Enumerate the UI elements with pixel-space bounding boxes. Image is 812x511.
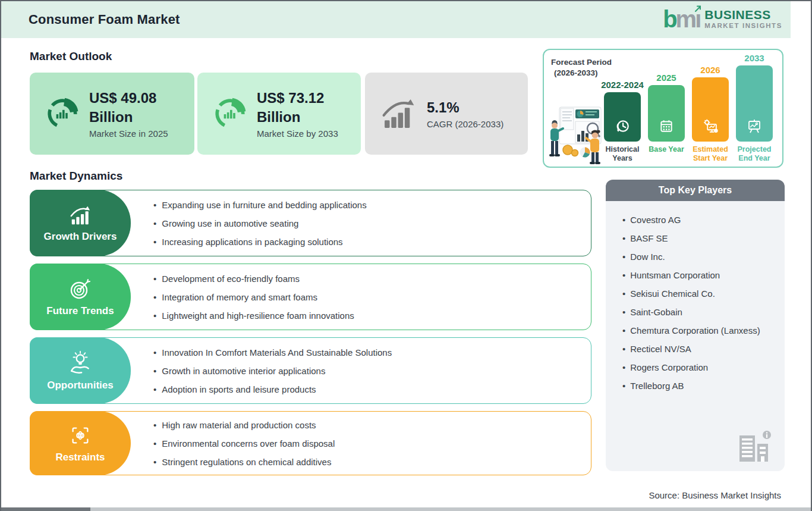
growth-chart-icon xyxy=(68,204,93,227)
bullet-item: Integration of memory and smart foams xyxy=(153,292,591,302)
bullet-item: Stringent regulations on chemical additi… xyxy=(153,457,591,467)
key-players-list: Covestro AG BASF SE Dow Inc. Huntsman Co… xyxy=(606,201,785,395)
key-player-item: Trelleborg AB xyxy=(622,377,779,395)
market-size-2033-card: US$ 73.12Billion Market Size by 2033 xyxy=(197,73,361,155)
future-trends-label-block: Future Trends xyxy=(30,264,131,330)
constraint-knot-icon xyxy=(68,424,93,447)
projection-board-icon xyxy=(747,118,762,134)
key-player-item: Covestro AG xyxy=(622,211,779,229)
opportunities-label-block: Opportunities xyxy=(30,337,131,404)
key-player-item: Rogers Corporation xyxy=(622,358,779,377)
future-trends-label: Future Trends xyxy=(46,305,114,317)
estimate-gear-icon xyxy=(703,118,719,134)
top-key-players-heading: Top Key Players xyxy=(606,180,785,201)
dynamics-row-opportunities: Opportunities Innovation In Comfort Mate… xyxy=(30,337,591,404)
infographic-page: Consumer Foam Market bmı BUSINESS MARKET… xyxy=(0,0,812,511)
logo-line1: BUSINESS xyxy=(704,8,782,21)
header-bar: Consumer Foam Market bmı BUSINESS MARKET… xyxy=(1,1,791,38)
future-trends-bullets: Development of eco-friendly foams Integr… xyxy=(131,264,591,330)
source-text: Source: Business Market Insights xyxy=(649,490,781,500)
horizontal-scrollbar[interactable] xyxy=(1,507,811,511)
dynamics-row-future-trends: Future Trends Development of eco-friendl… xyxy=(30,264,591,330)
key-player-item: Dow Inc. xyxy=(622,247,779,266)
key-player-item: Huntsman Corporation xyxy=(622,266,779,284)
market-size-2025-caption: Market Size in 2025 xyxy=(89,128,168,139)
bullet-item: Expanding use in furniture and bedding a… xyxy=(153,200,591,210)
restraints-label: Restraints xyxy=(55,452,105,463)
forecast-bar-estimated: 2026 Estimated Start Year xyxy=(689,65,732,163)
page-title: Consumer Foam Market xyxy=(29,1,180,38)
bullet-item: Innovation In Comfort Materials And Sust… xyxy=(153,347,591,358)
market-size-2025-card: US$ 49.08Billion Market Size in 2025 xyxy=(30,73,194,155)
forecast-bar-label: Estimated Start Year xyxy=(689,145,732,163)
card-text: 5.1% CAGR (2026-2033) xyxy=(427,98,503,129)
bullet-item: Growth in automotive interior applicatio… xyxy=(153,366,591,376)
market-size-2033-value: US$ 73.12Billion xyxy=(257,89,338,127)
dynamics-row-restraints: Restraints High raw material and product… xyxy=(30,411,591,475)
forecast-bar-label: Historical Years xyxy=(601,145,644,163)
cagr-card: 5.1% CAGR (2026-2033) xyxy=(365,73,528,155)
forecast-bar-projected: 2033 Projected End Year xyxy=(733,53,776,163)
growth-drivers-bullets: Expanding use in furniture and bedding a… xyxy=(131,190,591,256)
company-logo: bmı BUSINESS MARKET INSIGHTS xyxy=(663,6,782,32)
key-player-item: Recticel NV/SA xyxy=(622,340,779,358)
dynamics-row-growth-drivers: Growth Drivers Expanding use in furnitur… xyxy=(30,190,591,256)
opportunities-label: Opportunities xyxy=(47,380,113,391)
bullet-item: Lightweight and high-resilience foam inn… xyxy=(153,311,591,321)
growth-drivers-label-block: Growth Drivers xyxy=(30,190,131,256)
cagr-value: 5.1% xyxy=(427,98,503,117)
key-player-item: Sekisui Chemical Co. xyxy=(622,284,779,303)
forecast-bar-label: Projected End Year xyxy=(733,145,776,163)
bullet-item: Environmental concerns over foam disposa… xyxy=(153,438,591,449)
growth-drivers-label: Growth Drivers xyxy=(44,231,117,243)
opportunities-bullets: Innovation In Comfort Materials And Sust… xyxy=(131,338,591,403)
cagr-caption: CAGR (2026-2033) xyxy=(427,119,503,129)
horizontal-scrollbar-thumb[interactable] xyxy=(1,507,90,511)
logo-text: BUSINESS MARKET INSIGHTS xyxy=(704,8,782,30)
market-dynamics-heading: Market Dynamics xyxy=(30,170,122,183)
company-buildings-icon xyxy=(737,430,772,462)
bullet-item: Growing use in automotive seating xyxy=(153,218,591,228)
calendar-icon xyxy=(659,118,674,134)
history-clock-icon xyxy=(615,118,630,134)
key-player-item: BASF SE xyxy=(622,229,779,247)
idea-hand-icon xyxy=(68,350,93,375)
restraints-label-block: Restraints xyxy=(30,411,131,475)
bullet-item: High raw material and production costs xyxy=(153,420,591,430)
forecast-bar-base: 2025 Base Year xyxy=(645,73,688,163)
key-player-item: Chemtura Corporation (Lanxess) xyxy=(622,321,779,340)
forecast-period-title: Forecast Period (2026-2033) xyxy=(551,57,612,79)
bullet-item: Increasing applications in packaging sol… xyxy=(153,237,591,247)
restraints-bullets: High raw material and production costs E… xyxy=(131,412,591,475)
card-text: US$ 49.08Billion Market Size in 2025 xyxy=(89,89,168,139)
card-text: US$ 73.12Billion Market Size by 2033 xyxy=(257,89,338,139)
forecast-bar-historical: 2022-2024 Historical Years xyxy=(601,80,644,163)
market-size-2033-caption: Market Size by 2033 xyxy=(257,128,338,139)
top-key-players-panel: Top Key Players Covestro AG BASF SE Dow … xyxy=(606,180,785,471)
logo-line2: MARKET INSIGHTS xyxy=(704,21,782,30)
donut-chart-icon xyxy=(45,96,80,131)
market-outlook-heading: Market Outlook xyxy=(30,50,112,63)
growth-bars-icon xyxy=(380,96,417,131)
forecast-period-panel: Forecast Period (2026-2033) 2022-2024 xyxy=(543,49,783,168)
analysts-illustration xyxy=(547,98,609,164)
target-icon xyxy=(68,277,93,301)
market-size-2025-value: US$ 49.08Billion xyxy=(89,89,168,127)
forecast-bar-label: Base Year xyxy=(649,145,684,163)
bullet-item: Adoption in sports and leisure products xyxy=(153,384,591,394)
bullet-item: Development of eco-friendly foams xyxy=(153,274,591,284)
bmi-logo-icon: bmı xyxy=(663,6,700,32)
key-player-item: Saint-Gobain xyxy=(622,303,779,321)
logo-arrow-icon xyxy=(694,5,702,12)
donut-chart-icon xyxy=(213,96,247,131)
